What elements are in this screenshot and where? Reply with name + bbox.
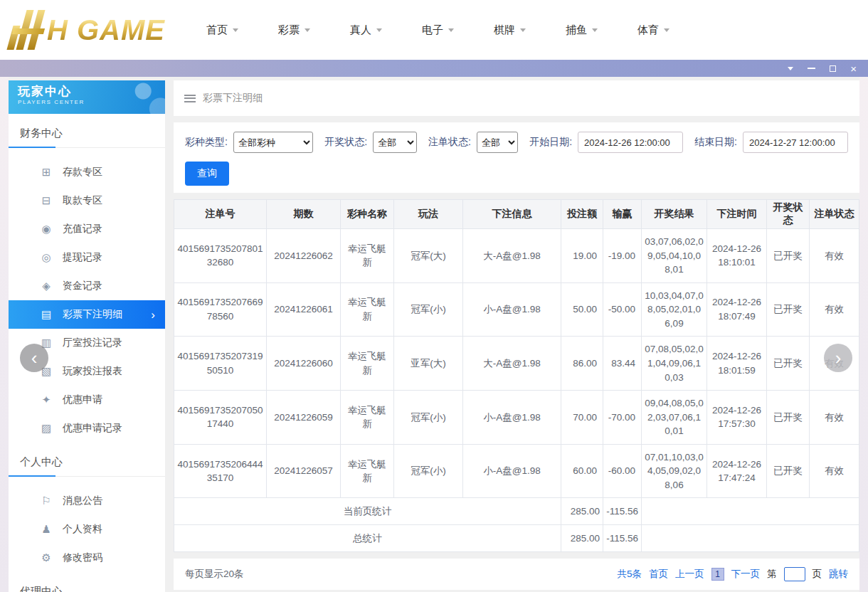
sidebar-section-title: 个人中心 [9, 451, 165, 477]
top-menu-item[interactable]: 电子 [422, 23, 454, 37]
withdrawal-record-icon: ◎ [40, 251, 53, 264]
top-menu-item-label: 真人 [350, 23, 371, 37]
table-cell: 401569173520780132680 [174, 229, 267, 283]
sidebar-title: 玩家中心 [18, 85, 165, 99]
order-status-select[interactable]: 全部 [477, 132, 518, 153]
table-cell: 2024-12-26 18:07:49 [707, 282, 767, 337]
top-menu-item[interactable]: 彩票 [278, 23, 310, 37]
minimize-button[interactable] [808, 60, 815, 77]
draw-status-label: 开奖状态: [324, 136, 367, 149]
table-cell: 20241226059 [267, 391, 341, 445]
sidebar-item-彩票下注明细[interactable]: ▤彩票下注明细› [9, 300, 165, 329]
breadcrumb: 彩票下注明细 [174, 80, 859, 116]
sidebar-item-资金记录[interactable]: ◈资金记录 [9, 272, 165, 300]
start-date-input[interactable] [578, 132, 683, 153]
chevron-down-icon [664, 28, 669, 32]
table-cell: -60.00 [603, 444, 642, 498]
table-cell: 有效 [810, 391, 859, 445]
jump-button[interactable]: 跳转 [829, 568, 848, 581]
sidebar-item-存款专区[interactable]: ⊞存款专区 [9, 158, 165, 186]
query-button[interactable]: 查询 [185, 162, 229, 186]
sidebar-item-label: 提现记录 [63, 251, 102, 264]
table-cell: 幸运飞艇新 [341, 337, 394, 391]
bell-icon: ⚐ [40, 495, 53, 507]
top-menu-item[interactable]: 棋牌 [494, 23, 526, 37]
withdraw-icon: ⊟ [40, 194, 53, 207]
table-cell: 10,03,04,07,08,05,02,01,06,09 [642, 282, 707, 337]
table-cell: -70.00 [603, 391, 642, 445]
column-header: 玩法 [394, 200, 463, 229]
filter-row: 彩种类型: 全部彩种 开奖状态: 全部 注单状态: 全部 开始日期: 结束日期: [185, 132, 848, 153]
sidebar-item-优惠申请记录[interactable]: ▨优惠申请记录 [9, 414, 165, 443]
recharge-record-icon: ◉ [40, 223, 53, 236]
table-cell: 401569173520705017440 [174, 391, 267, 445]
table-cell: 50.00 [561, 282, 603, 337]
next-page-link[interactable]: 下一页 [731, 568, 761, 581]
sidebar-item-充值记录[interactable]: ◉充值记录 [9, 215, 165, 243]
top-menu-item-label: 电子 [422, 23, 443, 37]
table-cell: 07,01,10,03,04,05,09,02,08,06 [642, 444, 707, 498]
hamburger-icon[interactable] [184, 95, 196, 102]
lottery-type-select[interactable]: 全部彩种 [233, 132, 313, 153]
sidebar-item-优惠申请[interactable]: ✦优惠申请 [9, 386, 165, 414]
scroll-left-button[interactable]: ‹ [20, 344, 48, 372]
column-header: 注单号 [174, 200, 267, 229]
column-header: 开奖状态 [767, 200, 810, 229]
sidebar-item-修改密码[interactable]: ⚙修改密码 [9, 544, 165, 572]
per-page-label: 每页显示20条 [185, 568, 244, 581]
sidebar-section-title: 代理中心 [9, 581, 165, 592]
sidebar-item-label: 充值记录 [63, 223, 102, 236]
prev-page-link[interactable]: 上一页 [675, 568, 704, 581]
sidebar-item-label: 厅室投注记录 [63, 337, 122, 349]
chevron-down-icon [520, 28, 526, 32]
table-cell: 20241226061 [267, 282, 341, 337]
sidebar-item-个人资料[interactable]: ♟个人资料 [9, 515, 165, 544]
maximize-button[interactable] [830, 60, 836, 77]
logo[interactable]: H GAME [10, 10, 165, 50]
bet-detail-table: 注单号期数彩种名称玩法下注信息投注额输赢开奖结果下注时间开奖状态注单状态 401… [174, 199, 859, 552]
top-menu-item[interactable]: 捕鱼 [566, 23, 598, 37]
top-menu-item[interactable]: 真人 [350, 23, 382, 37]
scroll-right-button[interactable]: › [824, 344, 852, 372]
top-menu-item[interactable]: 体育 [637, 23, 669, 37]
table-cell: 冠军(小) [394, 444, 463, 498]
draw-status-select[interactable]: 全部 [373, 132, 417, 153]
column-header: 下注时间 [707, 200, 767, 229]
close-button[interactable]: × [850, 60, 857, 77]
table-row: 40156917352070501744020241226059幸运飞艇新冠军(… [174, 391, 859, 445]
table-cell: 20241226062 [267, 229, 341, 283]
column-header: 投注额 [561, 200, 603, 229]
chevron-down-icon [448, 28, 454, 32]
table-row: 40156917352076697856020241226061幸运飞艇新冠军(… [174, 282, 859, 337]
current-page-indicator[interactable]: 1 [711, 568, 724, 581]
summary-empty [642, 498, 859, 525]
window-titlebar: × [0, 60, 868, 77]
collapse-button[interactable] [788, 60, 793, 77]
top-menu-item[interactable]: 首页 [206, 23, 238, 37]
jump-page-input[interactable] [784, 567, 805, 581]
chevron-down-icon [233, 28, 238, 32]
sidebar-item-label: 彩票下注明细 [63, 308, 122, 321]
summary-win-loss: -115.56 [603, 525, 642, 552]
top-menu-item-label: 棋牌 [494, 23, 515, 37]
sidebar-item-取款专区[interactable]: ⊟取款专区 [9, 186, 165, 215]
table-cell: 亚军(大) [394, 337, 463, 391]
end-date-input[interactable] [743, 132, 848, 153]
bet-detail-table-card: 注单号期数彩种名称玩法下注信息投注额输赢开奖结果下注时间开奖状态注单状态 401… [174, 199, 859, 552]
table-cell: 幸运飞艇新 [341, 229, 394, 283]
table-cell: 已开奖 [767, 229, 810, 283]
sidebar-item-提现记录[interactable]: ◎提现记录 [9, 243, 165, 272]
main-content: 彩票下注明细 彩种类型: 全部彩种 开奖状态: 全部 注单状态: 全部 开始日期… [174, 80, 859, 592]
sidebar-item-label: 优惠申请 [63, 393, 102, 406]
summary-label: 总统计 [174, 525, 561, 552]
table-cell: 幸运飞艇新 [341, 391, 394, 445]
sidebar-item-消息公告[interactable]: ⚐消息公告 [9, 487, 165, 515]
lottery-bet-detail-icon: ▤ [40, 308, 53, 321]
table-cell: 大-A盘@1.98 [463, 229, 561, 283]
summary-bet-total: 285.00 [561, 498, 603, 525]
column-header: 期数 [267, 200, 341, 229]
column-header: 彩种名称 [341, 200, 394, 229]
first-page-link[interactable]: 首页 [649, 568, 668, 581]
table-cell: 有效 [810, 444, 859, 498]
sidebar-item-label: 存款专区 [63, 166, 102, 179]
